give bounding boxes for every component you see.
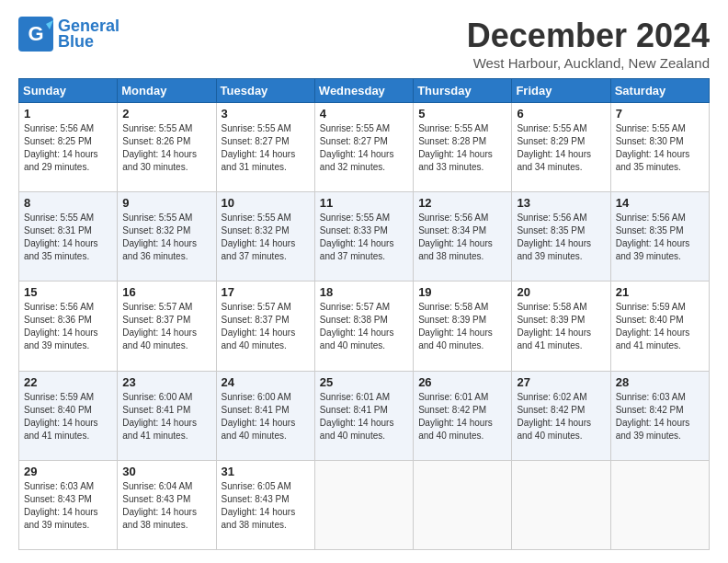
- calendar-row: 1Sunrise: 5:56 AM Sunset: 8:25 PM Daylig…: [19, 103, 710, 192]
- calendar-cell: 9Sunrise: 5:55 AM Sunset: 8:32 PM Daylig…: [118, 192, 216, 282]
- calendar-cell: 13Sunrise: 5:56 AM Sunset: 8:35 PM Dayli…: [512, 192, 610, 282]
- calendar-cell: 30Sunrise: 6:04 AM Sunset: 8:43 PM Dayli…: [118, 460, 216, 549]
- month-title: December 2024: [467, 17, 710, 55]
- calendar-cell: 12Sunrise: 5:56 AM Sunset: 8:34 PM Dayli…: [414, 192, 512, 282]
- location: West Harbour, Auckland, New Zealand: [467, 55, 710, 71]
- day-number: 12: [418, 196, 506, 210]
- calendar-row: 8Sunrise: 5:55 AM Sunset: 8:31 PM Daylig…: [19, 192, 710, 282]
- title-block: December 2024 West Harbour, Auckland, Ne…: [467, 17, 710, 71]
- calendar-cell: 2Sunrise: 5:55 AM Sunset: 8:26 PM Daylig…: [118, 103, 216, 192]
- day-number: 8: [24, 196, 112, 210]
- calendar-cell: 23Sunrise: 6:00 AM Sunset: 8:41 PM Dayli…: [118, 371, 216, 460]
- day-info: Sunrise: 5:55 AM Sunset: 8:33 PM Dayligh…: [320, 212, 408, 263]
- logo: G General Blue: [18, 17, 119, 52]
- day-number: 24: [222, 375, 310, 389]
- day-number: 22: [24, 375, 112, 389]
- day-info: Sunrise: 5:55 AM Sunset: 8:26 PM Dayligh…: [122, 122, 210, 174]
- day-info: Sunrise: 5:55 AM Sunset: 8:28 PM Dayligh…: [418, 122, 506, 174]
- day-info: Sunrise: 5:56 AM Sunset: 8:25 PM Dayligh…: [24, 122, 112, 174]
- calendar-cell: 27Sunrise: 6:02 AM Sunset: 8:42 PM Dayli…: [512, 371, 610, 460]
- calendar-cell: [414, 460, 512, 549]
- calendar-cell: 18Sunrise: 5:57 AM Sunset: 8:38 PM Dayli…: [314, 282, 413, 371]
- day-info: Sunrise: 6:02 AM Sunset: 8:42 PM Dayligh…: [517, 391, 605, 442]
- day-info: Sunrise: 5:55 AM Sunset: 8:31 PM Dayligh…: [24, 212, 112, 263]
- col-wednesday: Wednesday: [314, 79, 413, 103]
- day-number: 31: [222, 465, 310, 478]
- day-info: Sunrise: 5:55 AM Sunset: 8:27 PM Dayligh…: [320, 122, 408, 174]
- page: G General Blue December 2024 West Harbou…: [0, 0, 728, 563]
- day-number: 29: [24, 465, 112, 478]
- day-number: 7: [616, 107, 704, 121]
- calendar-cell: [610, 460, 709, 549]
- col-tuesday: Tuesday: [216, 79, 314, 103]
- calendar-table: Sunday Monday Tuesday Wednesday Thursday…: [18, 78, 710, 550]
- day-info: Sunrise: 5:57 AM Sunset: 8:38 PM Dayligh…: [320, 301, 408, 352]
- col-friday: Friday: [512, 79, 610, 103]
- day-number: 28: [616, 375, 704, 389]
- day-number: 1: [24, 107, 112, 121]
- calendar-cell: [314, 460, 413, 549]
- calendar-cell: 8Sunrise: 5:55 AM Sunset: 8:31 PM Daylig…: [19, 192, 118, 282]
- day-number: 13: [517, 196, 605, 210]
- day-info: Sunrise: 5:58 AM Sunset: 8:39 PM Dayligh…: [517, 301, 605, 352]
- calendar-cell: 21Sunrise: 5:59 AM Sunset: 8:40 PM Dayli…: [610, 282, 709, 371]
- calendar-cell: 25Sunrise: 6:01 AM Sunset: 8:41 PM Dayli…: [314, 371, 413, 460]
- day-info: Sunrise: 5:55 AM Sunset: 8:32 PM Dayligh…: [122, 212, 210, 263]
- day-info: Sunrise: 6:01 AM Sunset: 8:41 PM Dayligh…: [320, 391, 408, 442]
- logo-icon: G: [18, 17, 53, 52]
- day-info: Sunrise: 5:59 AM Sunset: 8:40 PM Dayligh…: [24, 391, 112, 442]
- header-row: Sunday Monday Tuesday Wednesday Thursday…: [19, 79, 710, 103]
- day-number: 25: [320, 375, 408, 389]
- day-number: 14: [616, 196, 704, 210]
- day-number: 3: [222, 107, 310, 121]
- day-info: Sunrise: 5:59 AM Sunset: 8:40 PM Dayligh…: [616, 301, 704, 352]
- day-info: Sunrise: 6:00 AM Sunset: 8:41 PM Dayligh…: [122, 391, 210, 442]
- day-number: 19: [418, 285, 506, 299]
- calendar-cell: 24Sunrise: 6:00 AM Sunset: 8:41 PM Dayli…: [216, 371, 314, 460]
- day-number: 26: [418, 375, 506, 389]
- calendar-cell: 20Sunrise: 5:58 AM Sunset: 8:39 PM Dayli…: [512, 282, 610, 371]
- day-number: 15: [24, 285, 112, 299]
- day-number: 16: [122, 285, 210, 299]
- day-number: 21: [616, 285, 704, 299]
- day-info: Sunrise: 5:55 AM Sunset: 8:32 PM Dayligh…: [222, 212, 310, 263]
- calendar-cell: 15Sunrise: 5:56 AM Sunset: 8:36 PM Dayli…: [19, 282, 118, 371]
- day-number: 23: [122, 375, 210, 389]
- calendar-cell: 16Sunrise: 5:57 AM Sunset: 8:37 PM Dayli…: [118, 282, 216, 371]
- calendar-cell: 31Sunrise: 6:05 AM Sunset: 8:43 PM Dayli…: [216, 460, 314, 549]
- day-info: Sunrise: 5:55 AM Sunset: 8:29 PM Dayligh…: [517, 122, 605, 174]
- calendar-cell: 11Sunrise: 5:55 AM Sunset: 8:33 PM Dayli…: [314, 192, 413, 282]
- header: G General Blue December 2024 West Harbou…: [18, 17, 710, 71]
- day-number: 17: [222, 285, 310, 299]
- calendar-cell: 5Sunrise: 5:55 AM Sunset: 8:28 PM Daylig…: [414, 103, 512, 192]
- col-saturday: Saturday: [610, 79, 709, 103]
- day-number: 30: [122, 465, 210, 478]
- day-info: Sunrise: 5:56 AM Sunset: 8:35 PM Dayligh…: [517, 212, 605, 263]
- calendar-cell: 14Sunrise: 5:56 AM Sunset: 8:35 PM Dayli…: [610, 192, 709, 282]
- calendar-cell: 7Sunrise: 5:55 AM Sunset: 8:30 PM Daylig…: [610, 103, 709, 192]
- calendar-row: 29Sunrise: 6:03 AM Sunset: 8:43 PM Dayli…: [19, 460, 710, 549]
- day-info: Sunrise: 5:56 AM Sunset: 8:35 PM Dayligh…: [616, 212, 704, 263]
- col-sunday: Sunday: [19, 79, 118, 103]
- day-info: Sunrise: 5:55 AM Sunset: 8:30 PM Dayligh…: [616, 122, 704, 174]
- day-info: Sunrise: 6:00 AM Sunset: 8:41 PM Dayligh…: [222, 391, 310, 442]
- day-number: 10: [222, 196, 310, 210]
- calendar-cell: [512, 460, 610, 549]
- calendar-cell: 29Sunrise: 6:03 AM Sunset: 8:43 PM Dayli…: [19, 460, 118, 549]
- day-number: 5: [418, 107, 506, 121]
- day-number: 6: [517, 107, 605, 121]
- calendar-cell: 3Sunrise: 5:55 AM Sunset: 8:27 PM Daylig…: [216, 103, 314, 192]
- day-info: Sunrise: 6:01 AM Sunset: 8:42 PM Dayligh…: [418, 391, 506, 442]
- day-number: 4: [320, 107, 408, 121]
- day-number: 18: [320, 285, 408, 299]
- day-number: 20: [517, 285, 605, 299]
- calendar-cell: 4Sunrise: 5:55 AM Sunset: 8:27 PM Daylig…: [314, 103, 413, 192]
- day-info: Sunrise: 6:03 AM Sunset: 8:43 PM Dayligh…: [24, 480, 112, 532]
- calendar-row: 15Sunrise: 5:56 AM Sunset: 8:36 PM Dayli…: [19, 282, 710, 371]
- day-info: Sunrise: 5:55 AM Sunset: 8:27 PM Dayligh…: [222, 122, 310, 174]
- col-monday: Monday: [118, 79, 216, 103]
- day-info: Sunrise: 5:58 AM Sunset: 8:39 PM Dayligh…: [418, 301, 506, 352]
- day-number: 11: [320, 196, 408, 210]
- day-info: Sunrise: 6:03 AM Sunset: 8:42 PM Dayligh…: [616, 391, 704, 442]
- svg-text:G: G: [28, 22, 43, 45]
